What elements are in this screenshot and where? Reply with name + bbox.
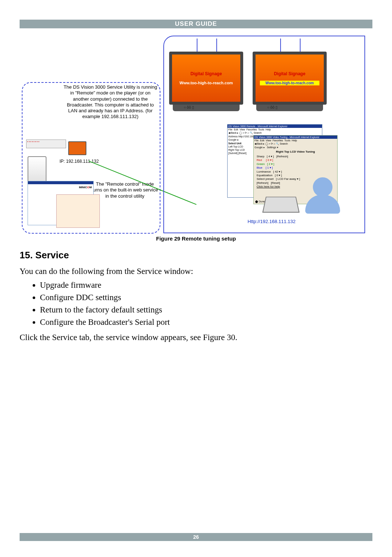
tv-title: Digital Signage (172, 71, 240, 76)
signage-tv-right: Digital Signage Www.too-high-to-reach.co… (253, 52, 327, 111)
section-bullets: Upgrade firmware Configure DDC settings … (40, 280, 372, 327)
laptop-icon (262, 197, 300, 213)
page-footer: 26 (20, 533, 372, 541)
right-diagram-box: Digital Signage Www.too-high-to-reach.co… (163, 36, 365, 233)
browser-title: DS Vision 3000 Video Tuning - Microsoft … (254, 136, 337, 139)
tv-url-highlight: Www.too-high-to-reach.com (260, 81, 319, 85)
list-item: Configure DDC settings (40, 293, 372, 302)
list-item: Return to the factory default settings (40, 305, 372, 315)
connector-line (280, 39, 281, 53)
tv-url: Www.too-high-to-reach.com (172, 81, 240, 85)
control-utility-window: MINICOM (28, 181, 94, 225)
user-icon (303, 177, 343, 217)
brand-minicom: MINICOM (79, 186, 92, 189)
callout-utility: The DS Vision 3000 Service Utility is ru… (63, 84, 158, 120)
signage-tv-left: Digital Signage Www.too-high-to-reach.co… (169, 52, 243, 111)
callout-remote: The "Remote control" mode turns on the b… (90, 181, 159, 199)
list-item: Upgrade firmware (40, 280, 372, 290)
connector-line (300, 39, 301, 53)
tuning-panel-title: Right Top LCD Video Tuning (254, 149, 337, 154)
monitor-icon (68, 141, 86, 155)
browser-title: DS Vision 3000 Remote - Microsoft Intern… (228, 125, 322, 128)
section-heading: 15. Service (20, 250, 372, 261)
page-header: USER GUIDE (20, 20, 372, 28)
app-title (28, 181, 93, 184)
list-item: Configure the Broadcaster's Serial port (40, 318, 372, 327)
figure-caption: Figure 29 Remote tuning setup (20, 235, 372, 242)
figure-29: The DS Vision 3000 Service Utility is ru… (20, 31, 372, 234)
connector-line (216, 39, 217, 53)
section-intro: You can do the following from the Servic… (20, 266, 372, 277)
broadcaster-strip: • • • • • • • • (26, 140, 66, 148)
section-closing: Click the Service tab, the service windo… (20, 332, 372, 343)
tv-title: Digital Signage (256, 71, 324, 76)
http-label: Http://192.168.111.132 (248, 219, 295, 224)
app-sub-panel (56, 194, 100, 228)
connector-line (197, 39, 197, 53)
